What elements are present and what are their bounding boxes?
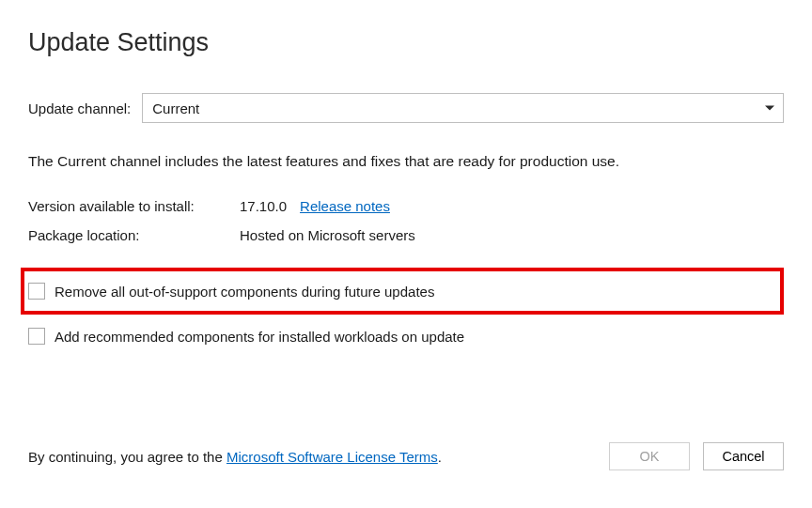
version-number: 17.10.0 (240, 198, 287, 214)
highlight-remove-oos: Remove all out-of-support components dur… (21, 268, 784, 315)
footer: By continuing, you agree to the Microsof… (28, 442, 784, 470)
package-location-value: Hosted on Microsoft servers (240, 227, 784, 243)
license-terms-link[interactable]: Microsoft Software License Terms (226, 449, 438, 465)
cancel-button[interactable]: Cancel (703, 442, 784, 470)
remove-oos-label[interactable]: Remove all out-of-support components dur… (55, 284, 434, 300)
page-title: Update Settings (28, 28, 784, 57)
version-available-label: Version available to install: (28, 198, 240, 214)
release-notes-link[interactable]: Release notes (300, 198, 390, 214)
dialog-buttons: OK Cancel (609, 442, 784, 470)
license-agreement-text: By continuing, you agree to the Microsof… (28, 449, 442, 465)
update-channel-value[interactable]: Current (142, 93, 784, 123)
update-channel-row: Update channel: Current (28, 93, 784, 123)
add-recommended-label[interactable]: Add recommended components for installed… (55, 329, 464, 345)
ok-button[interactable]: OK (609, 442, 690, 470)
agree-prefix: By continuing, you agree to the (28, 449, 226, 465)
add-recommended-checkbox[interactable] (28, 328, 45, 345)
remove-oos-checkbox[interactable] (28, 283, 45, 300)
agree-period: . (438, 449, 442, 465)
package-location-label: Package location: (28, 227, 240, 243)
checkbox-row-add-recommended: Add recommended components for installed… (28, 322, 784, 350)
checkbox-row-remove-oos: Remove all out-of-support components dur… (28, 277, 773, 305)
version-available-value: 17.10.0 Release notes (240, 198, 784, 214)
info-grid: Version available to install: 17.10.0 Re… (28, 198, 784, 243)
update-channel-label: Update channel: (28, 100, 131, 116)
update-channel-select[interactable]: Current (142, 93, 784, 123)
channel-description: The Current channel includes the latest … (28, 153, 784, 170)
